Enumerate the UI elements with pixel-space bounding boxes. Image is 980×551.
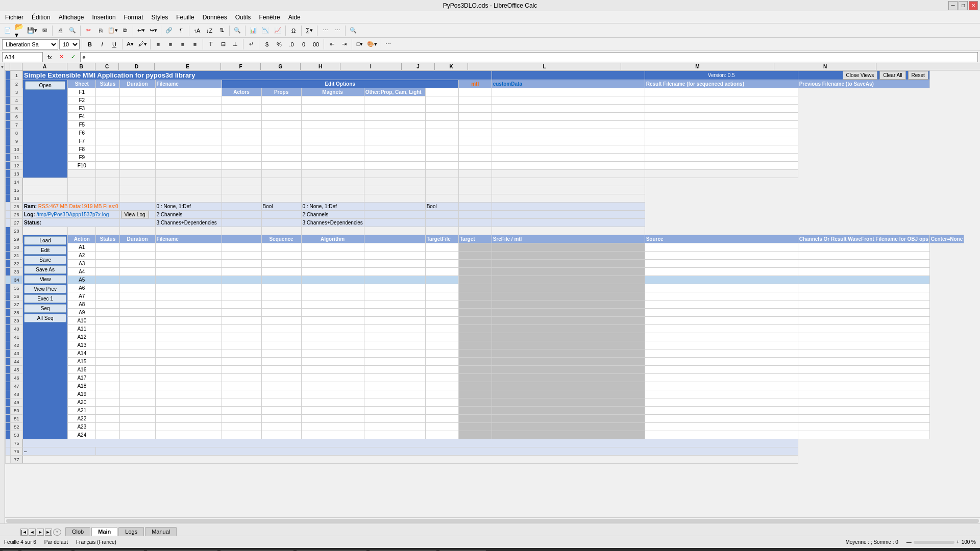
f2-result[interactable]: [492, 96, 645, 105]
decimal2-btn[interactable]: 0: [298, 39, 309, 50]
col-c-header[interactable]: C: [95, 63, 119, 70]
col-b-header[interactable]: B: [67, 63, 95, 70]
chart3-btn[interactable]: 📈: [272, 25, 283, 36]
align-left-btn[interactable]: ≡: [153, 39, 164, 50]
f1-prev[interactable]: [645, 88, 798, 96]
view-log-btn[interactable]: View Log: [121, 211, 149, 218]
print-preview-btn[interactable]: 🔍: [67, 25, 78, 36]
cell-reference[interactable]: [2, 52, 43, 62]
f2-mtl[interactable]: [425, 96, 458, 105]
col-h-header[interactable]: H: [301, 63, 340, 70]
reset-btn[interactable]: Reset: [908, 71, 928, 80]
cancel-formula-btn[interactable]: ✕: [57, 53, 66, 61]
f2-custom[interactable]: [458, 96, 492, 105]
tab-manual[interactable]: Manual: [145, 527, 177, 536]
tab-add-btn[interactable]: +: [53, 529, 61, 536]
underline-btn[interactable]: U: [109, 39, 120, 50]
indent-dec-btn[interactable]: ⇤: [326, 39, 337, 50]
save-btn[interactable]: 💾▾: [27, 25, 38, 36]
f2-magnets[interactable]: [301, 96, 364, 105]
f2-status[interactable]: [96, 96, 119, 105]
menu-edition[interactable]: Édition: [29, 13, 54, 22]
col-l-header[interactable]: L: [468, 63, 621, 70]
cut-btn[interactable]: ✂: [83, 25, 94, 36]
col-i-header[interactable]: I: [340, 63, 402, 70]
tab-first-btn[interactable]: |◄: [20, 529, 28, 536]
decimal3-btn[interactable]: 00: [310, 39, 322, 50]
font-color-btn[interactable]: A▾: [125, 39, 136, 50]
menu-aide[interactable]: Aide: [285, 13, 304, 22]
align-right-btn[interactable]: ≡: [177, 39, 188, 50]
f2-actors[interactable]: [222, 96, 261, 105]
viewprev-btn[interactable]: View Prev: [24, 285, 66, 293]
indent-inc-btn[interactable]: ⇥: [338, 39, 350, 50]
col-m-header[interactable]: M: [621, 63, 774, 70]
sort-desc-btn[interactable]: ↓Z: [204, 25, 215, 36]
italic-btn[interactable]: I: [96, 39, 108, 50]
tab-prev-btn[interactable]: ◄: [29, 529, 36, 536]
tab-glob[interactable]: Glob: [65, 527, 90, 536]
chart2-btn[interactable]: 📉: [260, 25, 271, 36]
f2-other[interactable]: [364, 96, 425, 105]
menu-donnees[interactable]: Données: [200, 13, 230, 22]
f1-dur[interactable]: [119, 88, 155, 96]
more1-btn[interactable]: ⋯: [320, 25, 331, 36]
paste-btn[interactable]: 📋▾: [107, 25, 118, 36]
new-btn[interactable]: 📄: [2, 25, 13, 36]
view-btn[interactable]: View: [24, 275, 66, 284]
print-btn[interactable]: 🖨: [55, 25, 66, 36]
menu-outils[interactable]: Outils: [232, 13, 254, 22]
formula-input[interactable]: [80, 52, 978, 62]
nonprint-btn[interactable]: ¶: [176, 25, 187, 36]
f2-sheet[interactable]: F2: [68, 96, 96, 105]
open-btn[interactable]: Open: [25, 81, 65, 90]
close-views-btn[interactable]: Close Views: [843, 71, 878, 80]
zoom-btn[interactable]: 🔍: [348, 25, 359, 36]
col-d-header[interactable]: D: [119, 63, 155, 70]
col-k-header[interactable]: K: [435, 63, 468, 70]
tab-main[interactable]: Main: [91, 527, 117, 536]
menu-format[interactable]: Format: [121, 13, 146, 22]
load-btn[interactable]: Load: [24, 236, 66, 245]
f1-custom[interactable]: [458, 88, 492, 96]
currency-btn[interactable]: $: [261, 39, 273, 50]
f2-props[interactable]: [261, 96, 301, 105]
col-a-header[interactable]: A: [22, 63, 67, 70]
log-link[interactable]: /tmp/PyPos3DAppp1537p7x.log: [36, 212, 109, 217]
saveas-btn[interactable]: Save As: [24, 265, 66, 274]
decimal-btn[interactable]: .0: [286, 39, 297, 50]
f1-mtl[interactable]: [425, 88, 458, 96]
tab-last-btn[interactable]: ►|: [45, 529, 52, 536]
clone-btn[interactable]: ⧉: [119, 25, 131, 36]
confirm-formula-btn[interactable]: ✓: [68, 53, 78, 61]
font-name-select[interactable]: Liberation Sa: [2, 39, 58, 49]
wrap-btn[interactable]: ↵: [246, 39, 257, 50]
chart-btn[interactable]: 📊: [248, 25, 259, 36]
bg-color-btn[interactable]: 🎨▾: [366, 39, 378, 50]
calc-btn[interactable]: ∑▾: [304, 25, 315, 36]
seq-btn[interactable]: Seq: [24, 304, 66, 313]
bold-btn[interactable]: B: [84, 39, 95, 50]
menu-feuille[interactable]: Feuille: [173, 13, 197, 22]
f2-dur[interactable]: [119, 96, 155, 105]
menu-affichage[interactable]: Affichage: [56, 13, 87, 22]
justify-btn[interactable]: ≡: [189, 39, 201, 50]
f1-status[interactable]: [96, 88, 119, 96]
col-g-header[interactable]: G: [261, 63, 301, 70]
align-center-btn[interactable]: ≡: [165, 39, 176, 50]
special-char-btn[interactable]: Ω: [288, 25, 299, 36]
clear-all-btn[interactable]: Clear All: [879, 71, 905, 80]
sheet-scroll-area[interactable]: 1 Simple Extensible MMI Application for …: [5, 70, 980, 517]
edit-btn[interactable]: Edit: [24, 246, 66, 255]
hyperlink-btn[interactable]: 🔗: [163, 25, 175, 36]
copy-btn[interactable]: ⎘: [95, 25, 106, 36]
col-n-header[interactable]: N: [774, 63, 876, 70]
bot-align-btn[interactable]: ⊥: [230, 39, 241, 50]
undo-btn[interactable]: ↩▾: [135, 25, 146, 36]
zoom-plus-btn[interactable]: +: [957, 539, 960, 545]
mid-align-btn[interactable]: ⊟: [217, 39, 229, 50]
exec1-btn[interactable]: Exec 1: [24, 294, 66, 303]
close-btn[interactable]: ✕: [969, 1, 978, 10]
top-align-btn[interactable]: ⊤: [205, 39, 216, 50]
f1-result[interactable]: [492, 88, 645, 96]
